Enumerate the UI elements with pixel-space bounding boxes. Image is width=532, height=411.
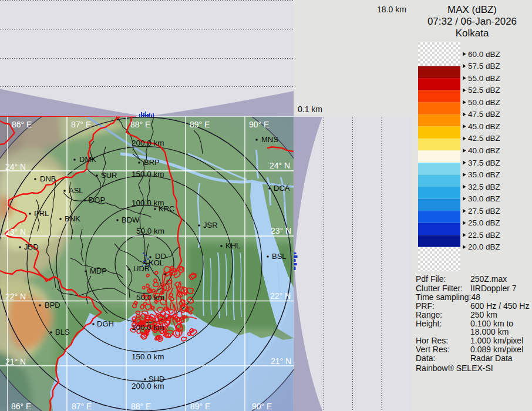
svg-text:Clutter Filter:: Clutter Filter: [416, 284, 463, 293]
svg-text:22.5 dBZ: 22.5 dBZ [468, 231, 500, 240]
svg-text:07:32 / 06-Jan-2026: 07:32 / 06-Jan-2026 [427, 16, 517, 27]
svg-text:JSD: JSD [24, 242, 39, 251]
svg-text:Kolkata: Kolkata [456, 28, 489, 39]
svg-text:MNS: MNS [261, 135, 278, 144]
svg-text:35.0 dBZ: 35.0 dBZ [468, 170, 500, 179]
svg-text:89° E: 89° E [190, 120, 210, 129]
svg-text:87° E: 87° E [72, 402, 92, 411]
svg-text:1.000 km/pixel: 1.000 km/pixel [470, 336, 523, 345]
svg-text:KHL: KHL [225, 241, 240, 250]
svg-text:100.0 km: 100.0 km [132, 323, 164, 332]
svg-text:PRF:: PRF: [416, 301, 435, 311]
svg-text:23° N: 23° N [5, 227, 26, 237]
svg-text:BNK: BNK [65, 214, 80, 223]
svg-text:21° N: 21° N [271, 356, 291, 366]
svg-text:30.0 dBZ: 30.0 dBZ [468, 194, 500, 203]
svg-text:23° N: 23° N [271, 226, 291, 235]
svg-text:JSR: JSR [203, 221, 218, 230]
svg-text:0.089 km/pixel: 0.089 km/pixel [470, 345, 523, 354]
svg-text:88° E: 88° E [131, 402, 151, 411]
svg-text:0.1 km: 0.1 km [298, 105, 322, 114]
svg-text:DMK: DMK [79, 155, 96, 164]
svg-text:250 km: 250 km [470, 310, 497, 319]
svg-text:ASL: ASL [69, 186, 83, 195]
svg-text:37.5 dBZ: 37.5 dBZ [468, 159, 500, 167]
svg-text:Data:: Data: [416, 353, 435, 363]
svg-text:40.0 dBZ: 40.0 dBZ [468, 146, 500, 155]
svg-text:MAX (dBZ): MAX (dBZ) [447, 4, 497, 15]
svg-text:Hor Res:: Hor Res: [416, 336, 448, 345]
svg-text:Range:: Range: [416, 310, 442, 319]
svg-text:UDB: UDB [133, 264, 149, 273]
svg-text:55.0 dBZ: 55.0 dBZ [468, 74, 500, 83]
svg-text:22° N: 22° N [5, 292, 26, 301]
svg-text:DGP: DGP [89, 196, 105, 204]
svg-text:BLS: BLS [55, 328, 70, 336]
svg-text:MDP: MDP [90, 267, 107, 275]
svg-text:Height:: Height: [416, 319, 442, 328]
svg-text:50.0 dBZ: 50.0 dBZ [468, 98, 500, 107]
svg-text:20.0 dBZ: 20.0 dBZ [468, 242, 500, 251]
svg-text:90° E: 90° E [252, 402, 272, 411]
svg-text:87° E: 87° E [71, 120, 91, 129]
svg-text:DGH: DGH [97, 319, 114, 328]
svg-text:22° N: 22° N [270, 291, 291, 301]
svg-text:250Z.max: 250Z.max [470, 274, 507, 284]
svg-text:BSL: BSL [272, 252, 287, 261]
svg-text:KRC: KRC [159, 204, 174, 213]
svg-text:150.0 km: 150.0 km [132, 170, 164, 178]
svg-text:150.0 km: 150.0 km [132, 352, 164, 361]
svg-text:PRL: PRL [34, 209, 49, 218]
svg-text:Time sampling:48: Time sampling:48 [416, 292, 480, 302]
svg-text:Rainbow® SELEX-SI: Rainbow® SELEX-SI [416, 363, 493, 373]
svg-text:600 Hz / 450 Hz: 600 Hz / 450 Hz [470, 301, 529, 311]
svg-text:Radar Data: Radar Data [470, 353, 513, 363]
svg-text:86° E: 86° E [11, 402, 31, 411]
svg-text:18.0 km: 18.0 km [377, 5, 406, 14]
svg-text:90° E: 90° E [249, 120, 269, 129]
svg-text:32.5 dBZ: 32.5 dBZ [468, 183, 500, 191]
svg-text:18.000 km: 18.000 km [470, 327, 509, 336]
svg-text:25.0 dBZ: 25.0 dBZ [468, 218, 500, 227]
svg-text:24° N: 24° N [270, 161, 290, 170]
svg-text:200.0 km: 200.0 km [132, 139, 164, 147]
svg-text:47.5 dBZ: 47.5 dBZ [468, 110, 500, 119]
svg-text:Pdf File:: Pdf File: [416, 274, 446, 284]
svg-text:57.5 dBZ: 57.5 dBZ [468, 62, 500, 70]
svg-text:BPD: BPD [45, 301, 60, 309]
svg-text:21° N: 21° N [5, 357, 26, 366]
svg-text:52.5 dBZ: 52.5 dBZ [468, 86, 500, 95]
svg-text:BDW: BDW [122, 215, 140, 224]
svg-text:DCA: DCA [274, 184, 290, 193]
svg-text:BRP: BRP [144, 158, 160, 167]
svg-text:60.0 dBZ: 60.0 dBZ [468, 50, 500, 59]
svg-text:45.0 dBZ: 45.0 dBZ [468, 122, 500, 131]
svg-text:42.5 dBZ: 42.5 dBZ [468, 134, 500, 143]
svg-text:50.0 km: 50.0 km [136, 293, 164, 302]
svg-text:88° E: 88° E [130, 120, 150, 129]
svg-text:SUR: SUR [101, 171, 117, 180]
svg-text:IIRDoppler 7: IIRDoppler 7 [470, 284, 517, 293]
svg-text:DNB: DNB [40, 174, 56, 183]
svg-text:KOL: KOL [149, 258, 164, 267]
svg-text:89° E: 89° E [190, 402, 210, 411]
svg-text:86° E: 86° E [12, 120, 32, 129]
svg-text:24° N: 24° N [5, 162, 26, 171]
svg-text:SHD: SHD [149, 375, 164, 383]
svg-text:50.0 km: 50.0 km [136, 227, 164, 235]
svg-text:27.5 dBZ: 27.5 dBZ [468, 207, 500, 215]
svg-text:Vert Res:: Vert Res: [416, 345, 450, 354]
